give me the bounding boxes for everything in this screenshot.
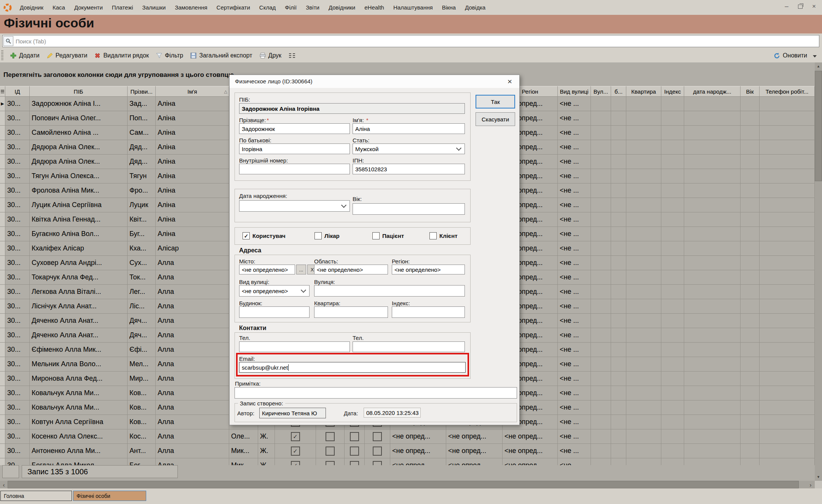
menu-item[interactable]: Каса [48,0,70,15]
role-checkbox-3[interactable]: Пацієнт [372,232,404,239]
scroll-up-button[interactable]: ▲ [815,62,822,70]
street-field[interactable] [314,285,465,297]
cell-b [611,415,626,429]
column-header[interactable]: Ім'я△ [156,86,229,97]
add-button[interactable]: Додати [6,52,43,59]
menu-item[interactable]: Філії [280,0,301,15]
patronymic-field[interactable]: Ігорівна [239,144,350,154]
menu-item[interactable]: Вікна [437,0,461,15]
scroll-left-button[interactable]: ‹ [0,481,8,488]
column-header[interactable]: б... [611,86,626,97]
menu-item[interactable]: Замовлення [170,0,212,15]
cell-pobat: Мик... [229,458,258,465]
tab-main[interactable]: Головна [0,491,72,501]
name-field[interactable]: Аліна [353,123,465,134]
column-header[interactable]: Квартира [626,86,661,97]
toolbar-grip[interactable] [1,50,3,61]
phone1-field[interactable] [239,341,350,352]
menu-item[interactable]: Довідник [15,0,48,15]
column-header[interactable]: Вид вулиці [558,86,591,97]
search-placeholder: Поиск (Tab) [16,38,46,45]
note-field[interactable] [235,387,517,399]
edit-button[interactable]: Редагувати [43,52,91,59]
table-row[interactable]: 30...Косенко Алла Олекс...Кос...АллаОле.… [0,429,815,444]
sex-select[interactable]: Мужской [353,144,465,154]
tab-persons[interactable]: Фізичні особи [73,491,146,501]
city-field[interactable]: <не определено> [239,265,295,274]
cell-kv [626,328,661,343]
city-browse-button[interactable]: ... [296,265,306,274]
table-row[interactable]: 30...Антоненко Алла Ми...Ант...АллаМик..… [0,444,815,458]
cell-pib: Попович Аліна Олег... [30,111,128,126]
restore-button[interactable] [795,2,806,11]
toolbar: Додати Редагувати Видалити рядок Фільтр … [0,49,822,62]
delete-row-button[interactable]: Видалити рядок [91,52,152,59]
horizontal-scrollbar[interactable]: ‹ › [0,481,815,488]
internal-number-field[interactable] [239,164,350,174]
column-header[interactable]: Телефон робіт... [760,86,815,97]
age-field[interactable] [353,203,465,215]
menu-item[interactable]: Склад [255,0,280,15]
region-field[interactable]: <не определено> [392,265,465,274]
menu-item[interactable]: eHealth [360,0,389,15]
apartment-field[interactable] [314,306,388,318]
refresh-dropdown-caret[interactable] [813,55,817,57]
column-header[interactable]: Вул... [591,86,611,97]
cell-ind [661,415,684,429]
role-checkbox-2[interactable]: Лікар [314,232,340,239]
cell-kv [626,343,661,357]
cell-obl: <не опред... [446,429,503,444]
printer-icon [259,52,266,59]
filter-button[interactable]: Фільтр [152,52,187,59]
column-header[interactable]: ІД [5,86,30,97]
scroll-down-button[interactable]: ▼ [815,473,822,481]
minimize-button[interactable]: – [781,2,792,11]
menu-item[interactable]: Звіти [301,0,324,15]
dialog-close-button[interactable]: × [505,77,515,86]
inn-field[interactable]: 3585102823 [353,164,465,174]
menu-item[interactable]: Документи [70,0,107,15]
menu-item[interactable]: Налаштування [389,0,437,15]
role-checkbox-1[interactable]: ✓Користувач [243,232,286,239]
column-chooser-header[interactable] [0,86,5,97]
search-input[interactable]: Поиск (Tab) [2,35,819,47]
table-row[interactable]: 30...Богдан Алла Микол...Бог...АллаМик..… [0,458,815,465]
menu-item[interactable]: Залишки [138,0,171,15]
menu-item[interactable]: Довідники [324,0,360,15]
cell-priz: Дяч... [128,314,156,328]
street-type-select[interactable]: <не определено> [239,285,310,297]
vertical-scroll-thumb[interactable] [815,71,822,181]
scroll-right-button[interactable]: › [806,481,815,488]
menu-item[interactable]: Сертифікати [212,0,255,15]
cell-im: Алла [156,256,229,270]
menu-item[interactable]: Довідка [460,0,490,15]
cell-ind [661,328,684,343]
role-checkbox-4[interactable]: Клієнт [429,232,458,239]
vertical-scrollbar[interactable]: ▲ ▼ [815,62,822,481]
row-indicator [0,314,5,328]
column-header[interactable]: Індекс [661,86,684,97]
phone2-field[interactable] [353,341,465,352]
birth-date-select[interactable] [239,200,350,212]
print-button[interactable]: Друк [256,52,285,59]
oblast-field[interactable]: <не определено> [314,265,388,274]
row-indicator [0,227,5,241]
surname-field[interactable]: Задорожнюк [239,123,350,134]
column-header[interactable]: Вік [741,86,760,97]
menu-item[interactable]: Платежі [107,0,138,15]
building-field[interactable] [239,306,310,318]
column-header[interactable]: ПІБ [30,86,128,97]
column-header[interactable]: Прізви... [128,86,156,97]
cell-kv [626,386,661,400]
columns-button[interactable] [285,53,299,59]
ok-button[interactable]: Так [476,95,515,108]
refresh-button[interactable]: Оновити [770,49,811,62]
required-asterisk: * [366,117,369,123]
column-header[interactable]: дата народж... [684,86,741,97]
postal-index-field[interactable] [392,306,465,318]
export-button[interactable]: Загальний експорт [187,52,255,59]
horizontal-scroll-thumb[interactable] [8,481,799,488]
cancel-button[interactable]: Скасувати [476,112,515,126]
close-button[interactable]: × [808,2,820,11]
email-field[interactable]: scarbsup@ukr.net [239,362,466,373]
